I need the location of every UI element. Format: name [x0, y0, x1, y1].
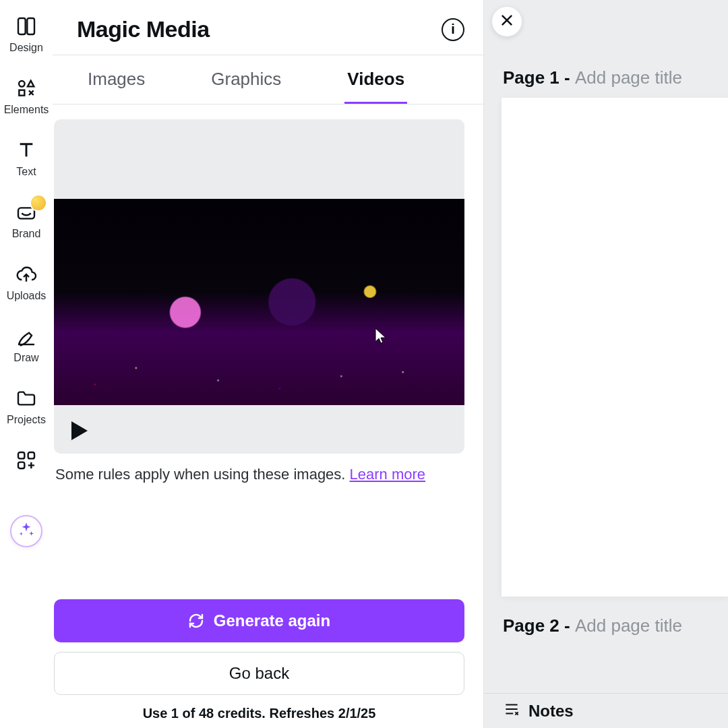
- page-1-block: Page 1 - Add page title: [484, 0, 728, 597]
- notes-label: Notes: [528, 702, 574, 721]
- cloud-upload-icon: [15, 263, 38, 286]
- text-icon: [15, 139, 38, 162]
- learn-more-link[interactable]: Learn more: [350, 466, 426, 483]
- folder-icon: [15, 387, 38, 410]
- video-thumbnail[interactable]: [54, 199, 464, 405]
- generate-again-label: Generate again: [214, 611, 330, 630]
- svg-point-2: [19, 81, 25, 87]
- page-2-title-placeholder[interactable]: Add page title: [575, 615, 682, 636]
- page-1-label[interactable]: Page 1 - Add page title: [484, 0, 728, 98]
- tool-label: Design: [9, 42, 43, 54]
- tool-apps[interactable]: [0, 449, 53, 472]
- tool-text[interactable]: Text: [0, 139, 53, 178]
- page-2-block: Page 2 - Add page title: [484, 597, 728, 646]
- magic-fab[interactable]: [10, 515, 42, 547]
- layout-icon: [15, 15, 38, 38]
- credits-text: Use 1 of 48 credits. Refreshes 2/1/25: [54, 704, 464, 721]
- usage-disclaimer: Some rules apply when using these images…: [54, 454, 464, 485]
- tool-label: Brand: [12, 228, 41, 240]
- svg-rect-1: [27, 18, 34, 34]
- page-1-canvas[interactable]: [502, 98, 728, 597]
- generate-again-button[interactable]: Generate again: [54, 599, 464, 642]
- tool-label: Draw: [13, 352, 38, 364]
- svg-rect-7: [28, 452, 34, 458]
- tool-uploads[interactable]: Uploads: [0, 263, 53, 302]
- tool-brand[interactable]: Brand: [0, 201, 53, 240]
- results-scroll[interactable]: Some rules apply when using these images…: [53, 104, 483, 588]
- page-1-prefix: Page 1 -: [503, 67, 575, 88]
- magic-media-panel: Magic Media i Images Graphics Videos: [53, 0, 484, 728]
- svg-rect-8: [18, 462, 24, 468]
- tool-label: Projects: [7, 414, 46, 426]
- panel-header: Magic Media i: [53, 0, 483, 55]
- panel-footer: Generate again Go back Use 1 of 48 credi…: [53, 588, 483, 728]
- tool-label: Uploads: [7, 290, 47, 302]
- close-panel-button[interactable]: [492, 7, 522, 36]
- tab-images[interactable]: Images: [85, 65, 148, 104]
- cursor-icon: [374, 327, 388, 344]
- sparkle-icon: [18, 521, 35, 541]
- refresh-icon: [188, 613, 204, 629]
- pencil-icon: [15, 325, 38, 348]
- video-result-card[interactable]: [54, 119, 464, 454]
- go-back-label: Go back: [229, 664, 289, 683]
- go-back-button[interactable]: Go back: [54, 652, 464, 695]
- apps-grid-icon: [15, 449, 38, 472]
- svg-marker-3: [28, 81, 34, 87]
- page-2-prefix: Page 2 -: [503, 615, 575, 636]
- page-2-label[interactable]: Page 2 - Add page title: [484, 597, 728, 646]
- editor-canvas-area: Page 1 - Add page title Page 2 - Add pag…: [484, 0, 728, 728]
- close-icon: [499, 13, 514, 30]
- tool-label: Text: [16, 166, 36, 178]
- page-1-title-placeholder[interactable]: Add page title: [575, 67, 682, 88]
- tab-graphics[interactable]: Graphics: [208, 65, 284, 104]
- tool-label: Elements: [4, 104, 49, 116]
- svg-rect-6: [18, 452, 24, 458]
- tool-rail: Design Elements Text Brand Uploads Draw: [0, 0, 53, 728]
- tabs: Images Graphics Videos: [53, 55, 483, 104]
- info-button[interactable]: i: [442, 18, 464, 41]
- tool-projects[interactable]: Projects: [0, 387, 53, 426]
- tab-videos[interactable]: Videos: [344, 65, 407, 104]
- play-button[interactable]: [71, 421, 88, 440]
- info-icon: i: [451, 22, 455, 37]
- svg-rect-5: [18, 208, 34, 218]
- brand-icon: [15, 201, 38, 224]
- notes-toggle[interactable]: Notes: [484, 693, 728, 728]
- tool-draw[interactable]: Draw: [0, 325, 53, 364]
- premium-badge-icon: [31, 195, 46, 210]
- svg-rect-0: [18, 18, 26, 34]
- shapes-icon: [15, 77, 38, 100]
- tool-elements[interactable]: Elements: [0, 77, 53, 116]
- notes-icon: [503, 700, 520, 722]
- panel-title: Magic Media: [77, 16, 210, 42]
- svg-rect-4: [19, 90, 24, 96]
- tool-design[interactable]: Design: [0, 15, 53, 54]
